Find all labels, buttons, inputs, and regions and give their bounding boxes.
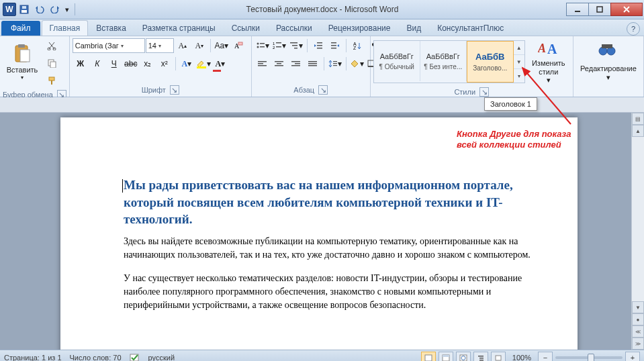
qat-redo-button[interactable]	[48, 2, 62, 17]
line-spacing-button[interactable]: ▾	[327, 56, 343, 72]
qat-save-button[interactable]	[17, 2, 32, 17]
svg-rect-24	[276, 46, 281, 48]
change-case-button[interactable]: Aa▾	[214, 38, 230, 54]
doc-paragraph-2[interactable]: У нас существует несколько тематических …	[124, 272, 545, 313]
zoom-out-button[interactable]: −	[538, 352, 553, 361]
paragraph-dialog-launcher[interactable]: ↘	[318, 85, 328, 95]
italic-button[interactable]: К	[89, 56, 105, 72]
font-family-combo[interactable]: Cambria (Заг▾	[73, 38, 145, 53]
multilevel-list-button[interactable]: ▾	[288, 38, 304, 54]
copy-button[interactable]	[44, 55, 60, 71]
close-button[interactable]	[610, 3, 643, 16]
zoom-slider[interactable]	[555, 356, 623, 359]
align-center-button[interactable]	[271, 56, 287, 72]
scroll-down[interactable]: ▼	[632, 301, 644, 313]
styles-scroll-down[interactable]: ▼	[514, 55, 524, 69]
find-button[interactable]: Редактирование▾	[580, 38, 637, 86]
ruler-toggle[interactable]: ▤	[632, 113, 644, 125]
window-controls	[567, 3, 643, 16]
zoom-in-button[interactable]: +	[625, 352, 640, 361]
help-icon[interactable]: ?	[627, 22, 640, 36]
tab-view[interactable]: Вид	[398, 20, 429, 36]
scroll-up[interactable]: ▲	[632, 125, 644, 137]
view-print-layout[interactable]	[421, 352, 436, 361]
svg-rect-15	[238, 42, 242, 45]
prev-page[interactable]: ≪	[632, 325, 644, 338]
styles-dialog-launcher[interactable]: ↘	[479, 87, 489, 97]
paste-button[interactable]: Вставить ▾	[3, 38, 42, 86]
svg-rect-22	[276, 42, 281, 44]
view-web-layout[interactable]	[456, 352, 471, 361]
svg-rect-49	[333, 63, 337, 64]
align-right-button[interactable]	[288, 56, 304, 72]
minimize-button[interactable]	[566, 3, 589, 16]
justify-button[interactable]	[305, 56, 321, 72]
status-proofing-icon[interactable]	[130, 353, 140, 361]
tab-review[interactable]: Рецензирование	[320, 20, 399, 36]
vertical-scrollbar[interactable]: ▤ ▲ ▼ ● ≪ ≫	[631, 113, 644, 350]
cut-button[interactable]	[44, 38, 60, 54]
font-color-button[interactable]: A▾	[212, 56, 228, 72]
superscript-button[interactable]: x²	[156, 56, 173, 72]
status-language[interactable]: русский	[148, 354, 175, 361]
paste-label: Вставить	[7, 66, 38, 74]
style-no-spacing[interactable]: АаБбВвГг ¶ Без инте...	[420, 41, 467, 81]
text-effects-button[interactable]: A▾	[179, 56, 195, 72]
font-size-combo[interactable]: 14▾	[146, 38, 174, 53]
underline-button[interactable]: Ч	[106, 56, 122, 72]
svg-text:2: 2	[273, 46, 275, 50]
qat-customize-button[interactable]: ▾	[63, 2, 71, 17]
group-styles-label: Стили	[454, 88, 475, 96]
tab-page-layout[interactable]: Разметка страницы	[134, 20, 224, 36]
font-size-value: 14	[148, 42, 156, 50]
tab-consultant-plus[interactable]: КонсультантПлюс	[429, 20, 512, 36]
style-heading1[interactable]: АаБбВ Заголово...	[467, 41, 514, 83]
numbering-button[interactable]: 12▾	[271, 38, 287, 54]
document-page[interactable]: Мы рады приветствовать вас на нашем инфо…	[60, 117, 578, 350]
svg-rect-1	[21, 10, 27, 13]
strike-button[interactable]: abc	[123, 56, 139, 72]
bullets-button[interactable]: ▾	[255, 38, 271, 54]
bold-button[interactable]: Ж	[73, 56, 89, 72]
styles-more-button[interactable]: ▾	[514, 69, 524, 83]
decrease-indent-button[interactable]	[310, 38, 326, 54]
tab-file[interactable]: Файл	[1, 21, 40, 36]
doc-paragraph-1[interactable]: Здесь вы найдете всевозможные публикации…	[124, 235, 545, 262]
grow-font-button[interactable]: A▴	[175, 38, 191, 54]
tab-mailings[interactable]: Рассылки	[268, 20, 320, 36]
tab-insert[interactable]: Вставка	[88, 20, 134, 36]
styles-scroll-up[interactable]: ▲	[514, 41, 524, 55]
align-left-button[interactable]	[255, 56, 271, 72]
change-styles-icon: AA	[538, 39, 559, 58]
shrink-font-button[interactable]: A▾	[191, 38, 208, 54]
svg-text:A: A	[547, 42, 557, 56]
clear-formatting-button[interactable]: A	[230, 38, 246, 54]
view-fullscreen[interactable]	[439, 352, 453, 361]
increase-indent-button[interactable]	[327, 38, 343, 54]
doc-heading[interactable]: Мы рады приветствовать вас на нашем инфо…	[124, 176, 545, 228]
tab-home[interactable]: Главная	[42, 20, 89, 36]
highlight-button[interactable]: ▾	[195, 56, 212, 72]
status-words[interactable]: Число слов: 70	[70, 354, 122, 361]
sort-button[interactable]: AZ	[349, 38, 365, 54]
zoom-level[interactable]: 100%	[512, 354, 531, 361]
svg-rect-29	[317, 45, 322, 46]
status-page[interactable]: Страница: 1 из 1	[4, 354, 62, 361]
maximize-button[interactable]	[588, 3, 611, 16]
subscript-button[interactable]: x₂	[140, 56, 156, 72]
paste-icon	[11, 43, 33, 64]
title-bar: W ▾ Тестовый документ.docx - Microsoft W…	[0, 0, 644, 19]
font-dialog-launcher[interactable]: ↘	[170, 85, 179, 95]
view-outline[interactable]	[473, 352, 488, 361]
format-painter-button[interactable]	[44, 72, 60, 89]
qat-undo-button[interactable]	[32, 2, 47, 17]
view-draft[interactable]	[491, 352, 506, 361]
browse-object[interactable]: ●	[632, 313, 644, 325]
change-styles-button[interactable]: AA Изменить стили▾	[527, 38, 570, 86]
tab-references[interactable]: Ссылки	[224, 20, 268, 36]
shading-button[interactable]: ▾	[349, 56, 365, 72]
group-editing: Редактирование▾	[573, 36, 644, 97]
next-page[interactable]: ≫	[632, 338, 644, 350]
svg-rect-46	[308, 63, 317, 64]
style-normal[interactable]: АаБбВвГг ¶ Обычный	[374, 41, 420, 81]
